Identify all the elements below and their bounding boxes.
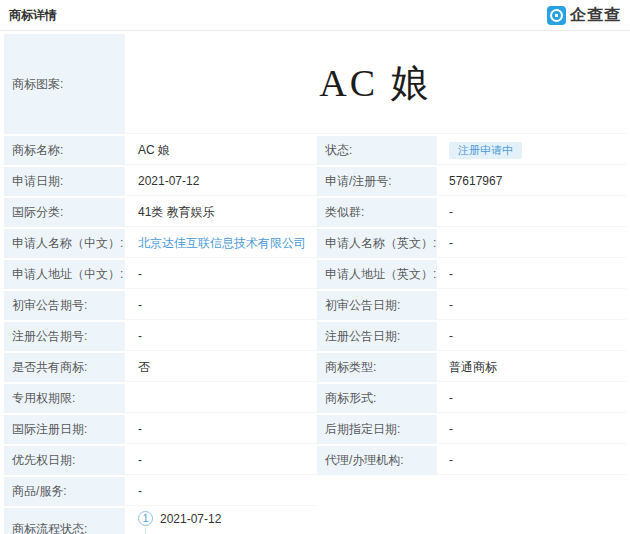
- field-label: 注册公告期号:: [4, 322, 125, 351]
- table-row: 优先权日期:-代理/办理机构:-: [4, 446, 626, 475]
- empty-cell: [317, 477, 626, 506]
- field-label: 商标形式:: [317, 384, 437, 413]
- qichacha-brand-icon: [547, 6, 566, 25]
- field-value: -: [125, 322, 317, 351]
- flow-status-label: 商标流程状态:: [4, 508, 125, 534]
- trademark-image-cell: AC 娘: [125, 34, 626, 134]
- field-value: 注册申请中: [437, 136, 626, 165]
- brand-name: 企查查: [570, 5, 621, 26]
- field-label: 申请人名称（中文）:: [4, 229, 125, 258]
- flow-timeline-connector: [145, 528, 146, 534]
- qichacha-ring-glyph: [550, 9, 563, 22]
- field-value: [125, 384, 317, 413]
- field-label: 商标类型:: [317, 353, 437, 382]
- field-label: 商标名称:: [4, 136, 125, 165]
- flow-timeline: 1 2021-07-12: [125, 508, 626, 534]
- table-row: 是否共有商标:否商标类型:普通商标: [4, 353, 626, 382]
- table-row: 注册公告期号:-注册公告日期:-: [4, 322, 626, 351]
- status-badge: 注册申请中: [449, 142, 522, 159]
- trademark-image-text: AC 娘: [319, 58, 431, 109]
- field-value: -: [437, 229, 626, 258]
- field-value: -: [125, 446, 317, 475]
- field-value: -: [437, 384, 626, 413]
- trademark-detail-table: 商标图案: AC 娘 商标名称:AC 娘状态:注册申请中申请日期:2021-07…: [4, 34, 626, 534]
- field-label: 国际注册日期:: [4, 415, 125, 444]
- field-value: -: [125, 415, 317, 444]
- applicant-name-link[interactable]: 北京达佳互联信息技术有限公司: [138, 235, 306, 252]
- field-label: 申请人名称（英文）:: [317, 229, 437, 258]
- field-label: 代理/办理机构:: [317, 446, 437, 475]
- field-rows: 商标名称:AC 娘状态:注册申请中申请日期:2021-07-12申请/注册号:5…: [4, 136, 626, 506]
- table-row: 商标名称:AC 娘状态:注册申请中: [4, 136, 626, 165]
- flow-step-number-icon: 1: [138, 511, 153, 526]
- page-header: 商标详情 企查查: [0, 0, 630, 31]
- page-title: 商标详情: [9, 7, 57, 24]
- table-row: 申请日期:2021-07-12申请/注册号:57617967: [4, 167, 626, 196]
- field-value: 41类 教育娱乐: [125, 198, 317, 227]
- field-label: 是否共有商标:: [4, 353, 125, 382]
- field-value: -: [125, 477, 317, 506]
- field-value: 否: [125, 353, 317, 382]
- table-row: 国际注册日期:-后期指定日期:-: [4, 415, 626, 444]
- field-value: 北京达佳互联信息技术有限公司: [125, 229, 317, 258]
- field-label: 申请/注册号:: [317, 167, 437, 196]
- table-row: 国际分类:41类 教育娱乐类似群:-: [4, 198, 626, 227]
- field-value: 57617967: [437, 167, 626, 196]
- field-value: -: [125, 260, 317, 289]
- field-label: 专用权期限:: [4, 384, 125, 413]
- field-value: 普通商标: [437, 353, 626, 382]
- field-value: 2021-07-12: [125, 167, 317, 196]
- pattern-label: 商标图案:: [4, 34, 125, 134]
- flow-status-row: 商标流程状态: 1 2021-07-12: [4, 508, 626, 534]
- field-value: -: [437, 198, 626, 227]
- field-value: -: [437, 322, 626, 351]
- table-row: 申请人名称（中文）:北京达佳互联信息技术有限公司申请人名称（英文）:-: [4, 229, 626, 258]
- field-value: -: [437, 291, 626, 320]
- field-value: -: [437, 260, 626, 289]
- trademark-pattern-row: 商标图案: AC 娘: [4, 34, 626, 134]
- field-value: -: [125, 291, 317, 320]
- field-label: 申请日期:: [4, 167, 125, 196]
- field-label: 商品/服务:: [4, 477, 125, 506]
- field-label: 后期指定日期:: [317, 415, 437, 444]
- qichacha-logo[interactable]: 企查查: [547, 5, 621, 26]
- field-label: 优先权日期:: [4, 446, 125, 475]
- table-row: 商品/服务:-: [4, 477, 626, 506]
- field-label: 申请人地址（中文）:: [4, 260, 125, 289]
- field-value: AC 娘: [125, 136, 317, 165]
- field-label: 初审公告日期:: [317, 291, 437, 320]
- table-row: 申请人地址（中文）:-申请人地址（英文）:-: [4, 260, 626, 289]
- field-value: -: [437, 415, 626, 444]
- flow-step-date: 2021-07-12: [160, 512, 221, 526]
- field-label: 初审公告期号:: [4, 291, 125, 320]
- flow-step: 1 2021-07-12: [138, 511, 221, 526]
- table-row: 专用权期限:商标形式:-: [4, 384, 626, 413]
- field-label: 状态:: [317, 136, 437, 165]
- field-value: -: [437, 446, 626, 475]
- field-label: 国际分类:: [4, 198, 125, 227]
- field-label: 申请人地址（英文）:: [317, 260, 437, 289]
- table-row: 初审公告期号:-初审公告日期:-: [4, 291, 626, 320]
- field-label: 类似群:: [317, 198, 437, 227]
- field-label: 注册公告日期:: [317, 322, 437, 351]
